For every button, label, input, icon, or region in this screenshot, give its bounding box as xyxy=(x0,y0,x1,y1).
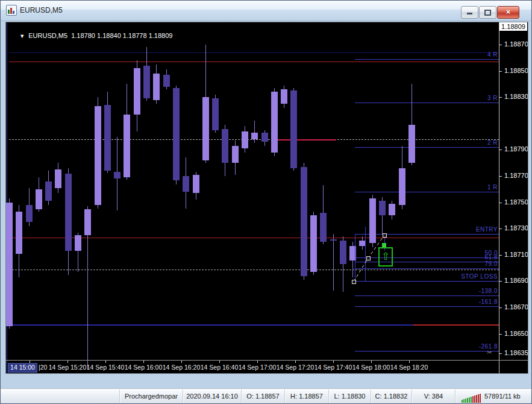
price-tick-label: 1.18710 xyxy=(504,251,528,258)
candle-body xyxy=(281,89,287,104)
status-bar: Prochargedmopar2020.09.14 16:10O: 1.1885… xyxy=(1,389,531,403)
connection-text: 57891/11 kb xyxy=(484,393,521,400)
price-tick-label: 1.18635 xyxy=(504,349,528,356)
level-line-79.0[interactable] xyxy=(355,268,499,269)
buy-marker-handle[interactable] xyxy=(382,243,386,247)
level-line-#2828a0[interactable] xyxy=(9,324,413,326)
candle-body xyxy=(6,203,13,326)
candle-body xyxy=(320,213,327,242)
price-tick xyxy=(499,176,502,177)
candle-body xyxy=(36,189,42,209)
time-tick xyxy=(181,361,182,363)
level-line--261.8[interactable] xyxy=(355,351,499,352)
signal-bar xyxy=(471,397,472,403)
level-line-#a8a8a8[interactable] xyxy=(9,270,499,270)
price-tick-label: 1.18770 xyxy=(504,172,528,179)
header-symbol: EURUSD,M5 xyxy=(28,32,67,39)
ohlc-header: ▼EURUSD,M5 1.18780 1.18840 1.18778 1.188… xyxy=(8,25,172,46)
time-tick-label: 14 Sep 16:20 xyxy=(163,364,200,371)
status-high: H: 1.18857 xyxy=(285,390,329,403)
chart-canvas[interactable]: ▼EURUSD,M5 1.18780 1.18840 1.18778 1.188… xyxy=(5,22,528,374)
trade-vertical-line[interactable] xyxy=(365,227,366,282)
buy-signal-marker[interactable]: ⇧ xyxy=(378,247,393,267)
price-tick xyxy=(499,281,502,282)
time-axis-separator xyxy=(6,360,528,361)
status-close: C: 1.18832 xyxy=(371,390,412,403)
level-label-79.0: 79.0 xyxy=(407,260,498,267)
trendline-handle[interactable] xyxy=(366,256,371,260)
signal-bar xyxy=(467,398,468,403)
price-tick-label: 1.18850 xyxy=(504,67,528,74)
price-tick xyxy=(499,308,502,308)
candle-body xyxy=(163,75,170,87)
price-tick-label: 1.18650 xyxy=(504,330,528,337)
time-tick xyxy=(105,361,106,363)
level-label--261.8: -261.8 xyxy=(407,343,498,350)
signal-bar xyxy=(478,394,479,403)
price-tick-label: 1.18690 xyxy=(504,277,528,284)
candle-body xyxy=(301,167,307,276)
level-label-2-r: 2 R xyxy=(407,139,498,146)
level-line-#b22222[interactable] xyxy=(413,324,499,326)
candle-body xyxy=(202,97,209,160)
connection-status: 57891/11 kb xyxy=(455,390,531,403)
level-line-#b22222[interactable] xyxy=(9,62,499,62)
trendline-handle[interactable] xyxy=(352,280,356,284)
level-line-2-r[interactable] xyxy=(355,147,499,148)
candle-body xyxy=(389,204,395,215)
candle-body xyxy=(232,146,239,163)
candle-body xyxy=(222,129,228,163)
level-line-stop-loss[interactable] xyxy=(355,281,499,282)
restore-button[interactable] xyxy=(479,6,496,19)
time-tick-label: 14 Sep 17:00 xyxy=(239,364,276,371)
time-tick-label: 14 Sep 17:20 xyxy=(277,364,314,371)
trade-vertical-line[interactable] xyxy=(355,235,355,282)
level-label-61.8: 61.8 xyxy=(407,254,498,260)
title-bar[interactable]: EURUSD,M5 × xyxy=(1,1,531,21)
minimize-button[interactable] xyxy=(461,6,478,19)
level-line-#b22222[interactable] xyxy=(9,238,499,238)
signal-bar xyxy=(462,400,463,403)
candle-body xyxy=(65,174,72,251)
candle-body xyxy=(26,205,33,222)
candle-body xyxy=(271,92,278,153)
close-icon: × xyxy=(506,7,511,16)
candle-body xyxy=(251,133,258,139)
price-axis-separator xyxy=(499,22,499,373)
trendline-overlay xyxy=(6,22,528,373)
candle-body xyxy=(242,131,248,148)
chart-window: EURUSD,M5 × ▼EURUSD,M5 1.18780 1.18840 1… xyxy=(0,0,532,404)
close-button[interactable]: × xyxy=(497,6,519,19)
level-line-3-r[interactable] xyxy=(355,103,499,103)
price-tick xyxy=(499,255,502,256)
header-close: 1.18809 xyxy=(149,32,173,39)
price-tick xyxy=(499,150,502,150)
scissors-cursor-icon: ✂ xyxy=(487,349,492,356)
candle-body xyxy=(75,235,81,251)
current-price-box: 1.18809 xyxy=(499,22,527,31)
candle-wick xyxy=(254,121,255,143)
restore-icon xyxy=(484,10,491,16)
candle-body xyxy=(153,74,160,100)
candle-body xyxy=(261,133,268,142)
dropdown-icon[interactable]: ▼ xyxy=(19,33,25,39)
price-tick-label: 1.18870 xyxy=(504,40,528,48)
candle-body xyxy=(173,88,180,180)
trendline-handle[interactable] xyxy=(383,233,387,238)
level-line-entry[interactable] xyxy=(355,234,499,235)
time-tick xyxy=(219,361,220,363)
candle-wick xyxy=(333,234,334,291)
level-label-entry: ENTRY xyxy=(407,226,498,233)
level-line-#cc2244[interactable] xyxy=(278,139,336,140)
minimize-icon xyxy=(467,13,472,14)
window-title: EURUSD,M5 xyxy=(20,6,63,14)
level-line--138.0[interactable] xyxy=(355,295,499,296)
candle-body xyxy=(95,106,101,205)
candle-body xyxy=(55,169,61,188)
status-time: 2020.09.14 16:10 xyxy=(183,390,242,403)
level-line--161.8[interactable] xyxy=(355,306,499,307)
time-label-clipped: |20 xyxy=(39,364,47,371)
level-line-4-r[interactable] xyxy=(355,59,499,60)
level-line-1-r[interactable] xyxy=(355,192,499,192)
app-icon xyxy=(6,5,17,16)
